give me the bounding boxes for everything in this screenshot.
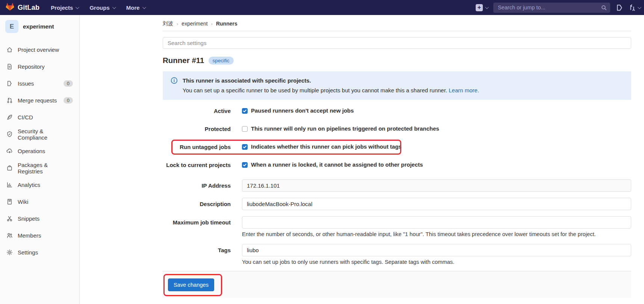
breadcrumb-project[interactable]: experiment xyxy=(181,21,207,27)
active-checkbox[interactable] xyxy=(242,108,248,114)
nav-menu-groups-label: Groups xyxy=(89,5,109,11)
sidebar-item-issues[interactable]: Issues 0 xyxy=(0,75,79,92)
sidebar-item-merge-requests[interactable]: Merge requests 0 xyxy=(0,92,79,109)
sidebar-item-operations[interactable]: Operations xyxy=(0,143,79,160)
global-search xyxy=(493,3,610,13)
settings-search-input[interactable] xyxy=(163,37,631,49)
nav-menu-more-label: More xyxy=(126,5,140,11)
breadcrumb-separator: › xyxy=(177,21,178,27)
form-row-description: Description xyxy=(163,198,631,210)
search-icon xyxy=(601,5,607,11)
tags-input[interactable] xyxy=(242,244,631,256)
nav-menu-groups[interactable]: Groups xyxy=(89,5,115,11)
field-label: Run untagged jobs xyxy=(163,143,231,150)
form-row-run-untagged: Run untagged jobs Indicates whether this… xyxy=(163,143,631,150)
document-icon xyxy=(6,63,13,70)
breadcrumb-runners[interactable]: Runners xyxy=(216,21,237,27)
merge-requests-menu[interactable] xyxy=(629,4,640,11)
home-icon xyxy=(6,47,13,53)
sidebar-item-security-compliance[interactable]: Security & Compliance xyxy=(0,126,79,143)
form-row-active: Active Paused runners don't accept new j… xyxy=(163,107,631,114)
field-label: Active xyxy=(163,107,231,114)
gitlab-home-link[interactable]: GitLab xyxy=(5,2,39,13)
sidebar-item-cicd[interactable]: CI/CD xyxy=(0,109,79,126)
sidebar-item-settings[interactable]: Settings xyxy=(0,244,79,261)
package-icon xyxy=(6,165,13,171)
form-row-ip-address: IP Address xyxy=(163,179,631,192)
sidebar-item-label: Operations xyxy=(18,148,45,154)
field-label: Tags xyxy=(163,244,231,265)
project-sidebar: E experiment Project overview Repository… xyxy=(0,15,80,304)
chart-icon xyxy=(6,182,13,188)
checkbox-description[interactable]: Paused runners don't accept new jobs xyxy=(251,107,354,114)
global-search-input[interactable] xyxy=(493,3,610,13)
runner-type-badge: specific xyxy=(209,57,234,65)
project-name: experiment xyxy=(23,23,54,30)
form-actions: Save changes xyxy=(163,271,631,298)
field-help-text: You can set up jobs to only use runners … xyxy=(242,259,631,265)
gear-icon xyxy=(6,249,13,256)
form-row-max-timeout: Maximum job timeout Enter the number of … xyxy=(163,216,631,237)
field-help-text: Enter the number of seconds, or other hu… xyxy=(242,231,631,237)
breadcrumb-user[interactable]: 刘波 xyxy=(163,20,173,27)
max-job-timeout-input[interactable] xyxy=(242,216,631,229)
todos-button[interactable] xyxy=(616,4,623,11)
sidebar-item-label: Members xyxy=(18,232,41,239)
learn-more-link[interactable]: Learn more. xyxy=(449,87,479,93)
issues-count-badge: 0 xyxy=(63,80,73,87)
checkbox-description[interactable]: When a runner is locked, it cannot be as… xyxy=(251,161,423,168)
brand-name: GitLab xyxy=(18,4,39,12)
field-label: Protected xyxy=(163,125,231,132)
todos-icon xyxy=(616,4,623,11)
merge-request-icon xyxy=(629,4,636,11)
sidebar-item-label: Settings xyxy=(18,249,38,256)
breadcrumb-separator: › xyxy=(211,21,213,27)
sidebar-project-link[interactable]: E experiment xyxy=(0,15,79,38)
sidebar-item-repository[interactable]: Repository xyxy=(0,58,79,75)
chevron-down-icon xyxy=(142,5,146,9)
description-input[interactable] xyxy=(242,198,631,210)
breadcrumb: 刘波 › experiment › Runners xyxy=(163,15,631,27)
merge-request-icon xyxy=(6,97,13,104)
checkbox-description[interactable]: Indicates whether this runner can pick j… xyxy=(251,143,402,150)
sidebar-item-members[interactable]: Members xyxy=(0,227,79,244)
sidebar-item-wiki[interactable]: Wiki xyxy=(0,193,79,210)
sidebar-item-label: Snippets xyxy=(18,215,39,222)
sidebar-item-label: Packages & Registries xyxy=(18,162,73,175)
form-row-lock-projects: Lock to current projects When a runner i… xyxy=(163,161,631,168)
nav-menu-projects-label: Projects xyxy=(51,5,73,11)
top-navbar: GitLab Projects Groups More + xyxy=(0,0,644,15)
sidebar-item-analytics[interactable]: Analytics xyxy=(0,176,79,193)
sidebar-item-packages-registries[interactable]: Packages & Registries xyxy=(0,160,79,176)
chevron-down-icon xyxy=(638,5,641,9)
checkbox-description[interactable]: This runner will only run on pipelines t… xyxy=(251,125,439,132)
cloud-gear-icon xyxy=(6,148,13,154)
issues-icon xyxy=(6,80,13,87)
ip-address-input[interactable] xyxy=(242,179,631,192)
field-label: Description xyxy=(163,198,231,210)
form-row-protected: Protected This runner will only run on p… xyxy=(163,125,631,132)
chevron-down-icon xyxy=(112,5,116,9)
sidebar-item-label: Wiki xyxy=(18,199,28,205)
merge-requests-count-badge: 0 xyxy=(63,97,73,104)
sidebar-item-snippets[interactable]: Snippets xyxy=(0,210,79,227)
protected-checkbox[interactable] xyxy=(242,126,248,132)
shield-icon xyxy=(6,131,13,137)
alert-title: This runner is associated with specific … xyxy=(183,77,479,84)
save-changes-button[interactable]: Save changes xyxy=(168,278,214,291)
new-item-menu-button[interactable]: + xyxy=(476,4,488,11)
plus-icon: + xyxy=(476,4,483,11)
chevron-down-icon xyxy=(485,5,489,9)
nav-menu-projects[interactable]: Projects xyxy=(51,5,78,11)
wiki-book-icon xyxy=(6,199,13,205)
run-untagged-checkbox[interactable] xyxy=(242,144,248,150)
nav-menu-more[interactable]: More xyxy=(126,5,145,11)
sidebar-item-label: Issues xyxy=(18,80,34,87)
chevron-down-icon xyxy=(76,5,79,9)
field-label: Maximum job timeout xyxy=(163,216,231,237)
sidebar-item-label: Analytics xyxy=(18,182,40,188)
cicd-quill-icon xyxy=(6,114,13,120)
field-label: Lock to current projects xyxy=(163,161,231,168)
sidebar-item-project-overview[interactable]: Project overview xyxy=(0,41,79,58)
lock-projects-checkbox[interactable] xyxy=(242,162,248,168)
